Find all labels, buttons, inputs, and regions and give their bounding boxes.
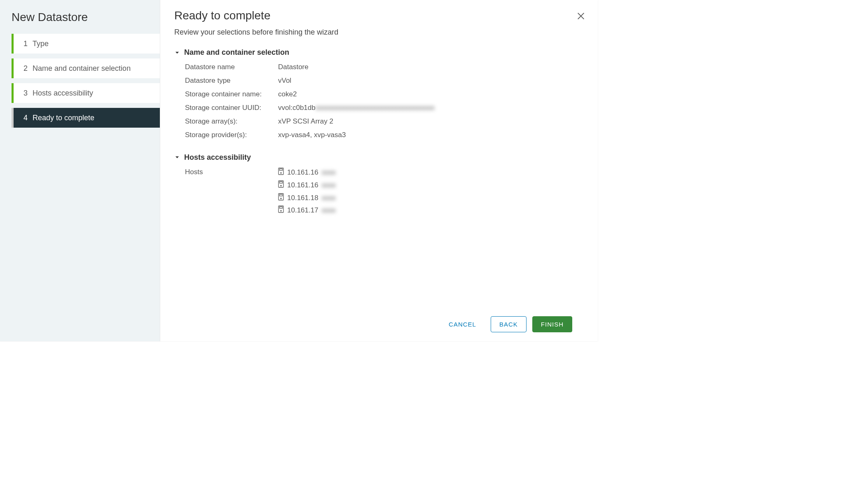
host-ip: 10.161.16 (287, 168, 318, 177)
value: xVP SCSI Array 2 (278, 117, 333, 126)
step-number: 4 (23, 114, 33, 122)
host-item: 10.161.16xxxx (278, 168, 336, 178)
back-button[interactable]: BACK (491, 316, 527, 332)
row-container-uuid: Storage container UUID: vvol:c0b1dbxxxxx… (174, 103, 584, 113)
label: Storage provider(s): (185, 131, 278, 140)
host-masked: xxxx (322, 168, 336, 177)
hosts-list: 10.161.16xxxx 10.161.16xxxx 10.161.18xxx… (278, 168, 336, 219)
chevron-down-icon (174, 50, 180, 56)
svg-point-7 (281, 185, 281, 186)
host-ip: 10.161.16 (287, 181, 318, 190)
host-icon (278, 168, 284, 178)
row-storage-providers: Storage provider(s): xvp-vasa4, xvp-vasa… (174, 131, 584, 140)
value: vVol (278, 76, 291, 86)
summary-content: Name and container selection Datastore n… (174, 48, 584, 308)
uuid-prefix: vvol:c0b1db (278, 104, 316, 112)
label: Storage container UUID: (185, 103, 278, 113)
step-hosts-accessibility[interactable]: 3 Hosts accessibility (12, 83, 160, 103)
section-title: Name and container selection (184, 48, 289, 57)
svg-point-13 (281, 210, 281, 211)
svg-rect-3 (280, 169, 283, 170)
step-label: Name and container selection (33, 64, 131, 73)
step-label: Hosts accessibility (33, 89, 93, 98)
section-name-container-header[interactable]: Name and container selection (174, 48, 584, 57)
cancel-button[interactable]: CANCEL (440, 316, 485, 332)
label: Datastore name (185, 63, 278, 72)
step-ready-complete[interactable]: 4 Ready to complete (12, 108, 160, 128)
chevron-down-icon (174, 154, 180, 160)
wizard-steps: 1 Type 2 Name and container selection 3 … (0, 34, 160, 128)
step-type[interactable]: 1 Type (12, 34, 160, 54)
section-hosts-header[interactable]: Hosts accessibility (174, 153, 584, 162)
wizard-main-panel: Ready to complete Review your selections… (160, 0, 598, 341)
svg-rect-6 (280, 182, 283, 183)
wizard-sidebar: New Datastore 1 Type 2 Name and containe… (0, 0, 160, 341)
value: xvp-vasa4, xvp-vasa3 (278, 131, 346, 140)
label: Datastore type (185, 76, 278, 86)
host-masked: xxxx (322, 181, 336, 190)
step-label: Type (33, 40, 49, 48)
host-ip: 10.161.18 (287, 194, 318, 203)
row-datastore-name: Datastore name Datastore (174, 63, 584, 72)
page-title: Ready to complete (174, 9, 584, 22)
svg-point-4 (281, 173, 281, 173)
host-item: 10.161.16xxxx (278, 180, 336, 191)
label: Storage array(s): (185, 117, 278, 126)
row-storage-arrays: Storage array(s): xVP SCSI Array 2 (174, 117, 584, 126)
close-icon (576, 15, 585, 22)
host-masked: xxxx (322, 194, 336, 203)
page-subtitle: Review your selections before finishing … (174, 28, 584, 37)
host-masked: xxxx (322, 206, 336, 215)
close-button[interactable] (576, 12, 585, 22)
step-number: 3 (23, 89, 33, 98)
wizard-dialog: New Datastore 1 Type 2 Name and containe… (0, 0, 598, 341)
step-number: 2 (23, 64, 33, 73)
value: coke2 (278, 90, 297, 99)
host-item: 10.161.17xxxx (278, 205, 336, 216)
host-ip: 10.161.17 (287, 206, 318, 215)
host-icon (278, 193, 284, 203)
label: Hosts (185, 168, 278, 219)
host-item: 10.161.18xxxx (278, 193, 336, 203)
svg-point-10 (281, 198, 281, 199)
step-name-container[interactable]: 2 Name and container selection (12, 58, 160, 78)
svg-rect-9 (280, 194, 283, 196)
host-icon (278, 180, 284, 191)
svg-rect-12 (280, 207, 283, 208)
wizard-footer: CANCEL BACK FINISH (174, 308, 584, 341)
step-number: 1 (23, 40, 33, 48)
value: Datastore (278, 63, 309, 72)
section-title: Hosts accessibility (184, 153, 251, 162)
value: vvol:c0b1dbxxxxxxxxxxxxxxxxxxxxxxxxxxxxx… (278, 103, 435, 113)
step-label: Ready to complete (33, 114, 94, 122)
row-container-name: Storage container name: coke2 (174, 90, 584, 99)
wizard-title: New Datastore (0, 11, 160, 34)
row-hosts: Hosts 10.161.16xxxx 10.161.16xxxx 10.161… (174, 168, 584, 219)
uuid-masked: xxxxxxxxxxxxxxxxxxxxxxxxxxxxxxxxxx (316, 104, 435, 112)
row-datastore-type: Datastore type vVol (174, 76, 584, 86)
finish-button[interactable]: FINISH (532, 316, 572, 332)
host-icon (278, 205, 284, 216)
label: Storage container name: (185, 90, 278, 99)
